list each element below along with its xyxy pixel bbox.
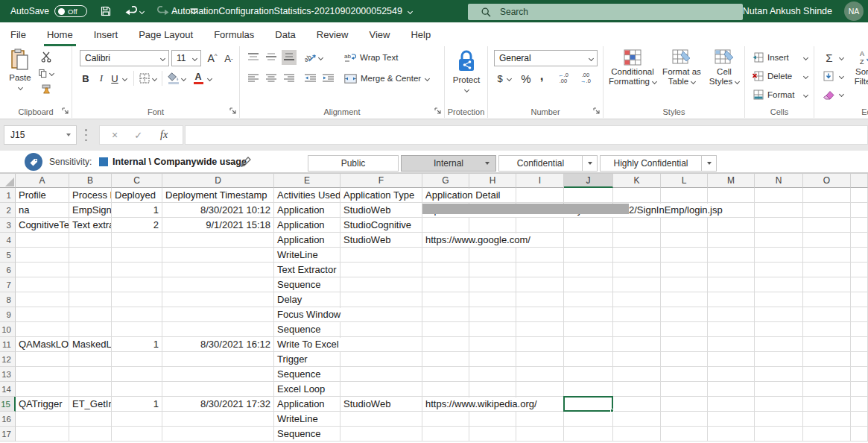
cell-C14[interactable] <box>112 382 162 397</box>
avatar[interactable]: NA <box>844 1 864 21</box>
cell-K6[interactable] <box>613 263 661 277</box>
column-header-N[interactable]: N <box>755 174 803 188</box>
cell-G17[interactable] <box>422 427 469 442</box>
cell-J8[interactable] <box>564 292 613 307</box>
cell-I9[interactable] <box>516 307 564 322</box>
format-cells-button[interactable]: Format <box>753 88 809 101</box>
wrap-text-button[interactable]: ab Wrap Text <box>344 50 426 65</box>
align-center-button[interactable] <box>264 71 279 86</box>
undo-dropdown-icon[interactable] <box>139 8 145 13</box>
cell-M14[interactable] <box>708 382 755 397</box>
cell-D8[interactable] <box>162 292 274 307</box>
conditional-formatting-button[interactable]: Conditional Formatting <box>608 49 657 87</box>
cell-styles-button[interactable]: Cell Styles <box>706 49 742 87</box>
cell-L15[interactable] <box>661 397 708 412</box>
cell-K3[interactable] <box>613 218 661 233</box>
delete-dropdown-icon[interactable] <box>803 73 808 78</box>
cell-M15[interactable] <box>708 397 755 412</box>
cell-M3[interactable] <box>708 218 755 233</box>
italic-button[interactable]: I <box>96 71 107 86</box>
row-header-16[interactable]: 16 <box>0 412 16 427</box>
format-dropdown-icon[interactable] <box>803 92 808 97</box>
cell-O10[interactable] <box>803 322 851 337</box>
cell-H13[interactable] <box>469 367 516 382</box>
sort-filter-button[interactable]: AZ Sort & Filter <box>849 49 868 87</box>
row-header-17[interactable]: 17 <box>0 427 16 442</box>
cell-J3[interactable] <box>564 218 613 233</box>
cell-F12[interactable] <box>340 352 422 367</box>
cell-J17[interactable] <box>564 427 613 442</box>
column-header-D[interactable]: D <box>162 174 274 188</box>
cell-D12[interactable] <box>162 352 274 367</box>
cell-N11[interactable] <box>755 337 803 352</box>
cell-I6[interactable] <box>516 263 564 277</box>
cell-D5[interactable] <box>162 248 274 263</box>
cell-P8[interactable] <box>851 292 868 307</box>
cell-K10[interactable] <box>613 322 661 337</box>
cell-G13[interactable] <box>422 367 469 382</box>
cell-A6[interactable] <box>16 263 69 277</box>
cell-B16[interactable] <box>69 412 112 427</box>
cell-D14[interactable] <box>162 382 274 397</box>
column-header-L[interactable]: L <box>661 174 708 188</box>
insert-dropdown-icon[interactable] <box>803 54 808 60</box>
row-header-15[interactable]: 15 <box>0 397 16 412</box>
cell-I12[interactable] <box>516 352 564 367</box>
cell-G7[interactable] <box>422 277 469 292</box>
cell-K16[interactable] <box>613 412 661 427</box>
cell-K14[interactable] <box>613 382 661 397</box>
cell-A10[interactable] <box>16 322 69 337</box>
autosum-button[interactable]: Σ <box>822 50 837 65</box>
column-header-C[interactable]: C <box>112 174 162 188</box>
sensitivity-option-internal[interactable]: Internal <box>401 155 496 172</box>
column-header-A[interactable]: A <box>16 174 69 188</box>
cell-K8[interactable] <box>613 292 661 307</box>
cell-D7[interactable] <box>162 277 274 292</box>
fill-color-button[interactable] <box>166 71 181 86</box>
alignment-dialog-launcher[interactable] <box>434 107 442 115</box>
cell-O5[interactable] <box>803 248 851 263</box>
row-header-6[interactable]: 6 <box>0 263 16 277</box>
cell-L3[interactable] <box>661 218 708 233</box>
cell-L13[interactable] <box>661 367 708 382</box>
cell-I10[interactable] <box>516 322 564 337</box>
cell-A8[interactable] <box>16 292 69 307</box>
cell-O15[interactable] <box>803 397 851 412</box>
cell-P14[interactable] <box>851 382 868 397</box>
cell-G10[interactable] <box>422 322 469 337</box>
cell-H5[interactable] <box>469 248 516 263</box>
cell-D4[interactable] <box>162 233 274 248</box>
autosave-toggle[interactable]: Off <box>54 5 87 17</box>
column-header-E[interactable]: E <box>274 174 340 188</box>
cell-J5[interactable] <box>564 248 613 263</box>
middle-align-button[interactable] <box>264 50 279 65</box>
orientation-button[interactable]: ab <box>302 50 325 65</box>
top-align-button[interactable] <box>246 50 261 65</box>
cell-N9[interactable] <box>755 307 803 322</box>
search-box[interactable]: Search <box>468 4 743 20</box>
copy-button[interactable] <box>39 66 54 80</box>
cell-N2[interactable] <box>755 203 803 218</box>
sensitivity-option-public[interactable]: Public <box>308 155 399 172</box>
tab-help[interactable]: Help <box>400 22 441 46</box>
cell-P17[interactable] <box>851 427 868 442</box>
cell-K5[interactable] <box>613 248 661 263</box>
cell-F11[interactable] <box>340 337 422 352</box>
protect-button[interactable]: Protect <box>450 49 483 92</box>
row-header-4[interactable]: 4 <box>0 233 16 248</box>
cell-K15[interactable] <box>613 397 661 412</box>
tab-page-layout[interactable]: Page Layout <box>128 22 203 46</box>
tab-formulas[interactable]: Formulas <box>203 22 264 46</box>
column-header-H[interactable]: H <box>469 174 516 188</box>
decrease-decimal-button[interactable]: .00→.0 <box>576 71 595 86</box>
borders-dropdown-icon[interactable] <box>152 76 157 81</box>
cell-J16[interactable] <box>564 412 613 427</box>
user-name[interactable]: Nutan Ankush Shinde <box>743 0 832 22</box>
cell-C17[interactable] <box>112 427 162 442</box>
cell-O12[interactable] <box>803 352 851 367</box>
underline-dropdown-icon[interactable] <box>122 76 127 81</box>
cell-P13[interactable] <box>851 367 868 382</box>
font-dialog-launcher[interactable] <box>229 107 237 115</box>
cell-B6[interactable] <box>69 263 112 277</box>
sensitivity-option-dropdown-highly-confidential[interactable] <box>702 155 717 172</box>
